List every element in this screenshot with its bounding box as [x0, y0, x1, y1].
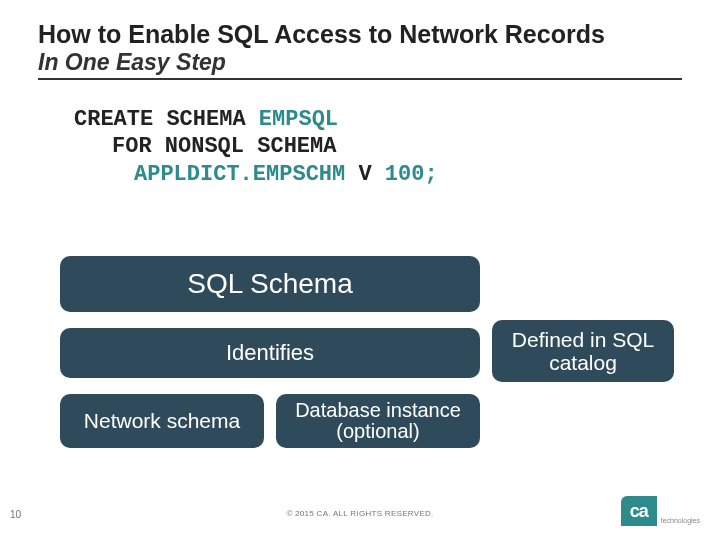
- box-database-instance: Database instance (optional): [276, 394, 480, 448]
- page-subtitle: In One Easy Step: [38, 49, 682, 80]
- code-ident: APPLDICT.EMPSCHM: [134, 162, 345, 187]
- page-title: How to Enable SQL Access to Network Reco…: [38, 20, 682, 49]
- ca-logo-tag: technologies: [661, 517, 700, 526]
- ca-logo: ca technologies: [621, 496, 700, 526]
- code-keyword: CREATE SCHEMA: [74, 107, 246, 132]
- code-keyword: FOR NONSQL SCHEMA: [112, 134, 336, 159]
- code-ident: EMPSQL: [259, 107, 338, 132]
- code-value: 100;: [385, 162, 438, 187]
- slide: How to Enable SQL Access to Network Reco…: [0, 0, 720, 540]
- code-keyword: V: [358, 162, 371, 187]
- box-identifies: Identifies: [60, 328, 480, 378]
- box-network-schema: Network schema: [60, 394, 264, 448]
- box-sql-schema: SQL Schema: [60, 256, 480, 312]
- box-defined-catalog: Defined in SQL catalog: [492, 320, 674, 382]
- ca-logo-mark: ca: [621, 496, 657, 526]
- code-block: CREATE SCHEMA EMPSQL FOR NONSQL SCHEMA A…: [74, 106, 682, 189]
- copyright: © 2015 CA. ALL RIGHTS RESERVED.: [0, 509, 720, 518]
